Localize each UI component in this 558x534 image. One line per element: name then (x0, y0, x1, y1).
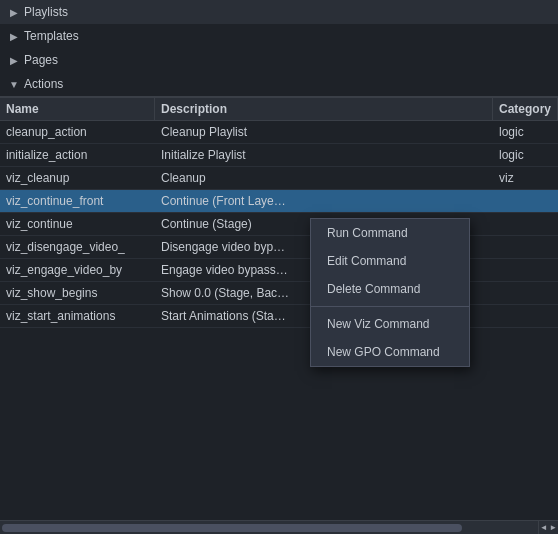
context-menu-item-new-gpo-command[interactable]: New GPO Command (311, 338, 469, 366)
cell-cat: viz (493, 167, 558, 189)
tree-label-templates: Templates (24, 29, 79, 43)
tree-item-templates[interactable]: Templates (0, 24, 558, 48)
tree-label-actions: Actions (24, 77, 63, 91)
cell-desc: Initialize Playlist (155, 144, 493, 166)
context-menu: Run Command Edit Command Delete Command … (310, 218, 470, 367)
tree-item-playlists[interactable]: Playlists (0, 0, 558, 24)
cell-cat: logic (493, 144, 558, 166)
table-header: Name Description Category (0, 97, 558, 121)
cell-cat (493, 213, 558, 235)
cell-cat: logic (493, 121, 558, 143)
tree-item-pages[interactable]: Pages (0, 48, 558, 72)
cell-name: viz_engage_video_by (0, 259, 155, 281)
cell-name: viz_start_animations (0, 305, 155, 327)
table-row[interactable]: viz_start_animations Start Animations (S… (0, 305, 558, 328)
tree-arrow-pages (8, 54, 20, 66)
cell-cat (493, 282, 558, 304)
tree-item-actions[interactable]: Actions (0, 72, 558, 96)
scroll-next-icon[interactable]: ► (549, 523, 559, 533)
tree-label-pages: Pages (24, 53, 58, 67)
scroll-prev-icon[interactable]: ◄ (539, 523, 549, 533)
cell-cat (493, 305, 558, 327)
cell-name: viz_show_begins (0, 282, 155, 304)
table-row[interactable]: cleanup_action Cleanup Playlist logic (0, 121, 558, 144)
cell-name: viz_continue_front (0, 190, 155, 212)
tree-arrow-templates (8, 30, 20, 42)
header-name: Name (0, 98, 155, 120)
horizontal-scrollbar[interactable] (0, 520, 538, 534)
cell-name: viz_cleanup (0, 167, 155, 189)
table-row[interactable]: viz_show_begins Show 0.0 (Stage, Bac… (0, 282, 558, 305)
scrollbar-corner: ◄ ► (538, 520, 558, 534)
actions-table: Name Description Category cleanup_action… (0, 97, 558, 328)
tree-arrow-playlists (8, 6, 20, 18)
context-menu-item-run-command[interactable]: Run Command (311, 219, 469, 247)
cell-desc: Cleanup (155, 167, 493, 189)
context-menu-item-new-viz-command[interactable]: New Viz Command (311, 310, 469, 338)
context-menu-item-edit-command[interactable]: Edit Command (311, 247, 469, 275)
table-row[interactable]: viz_cleanup Cleanup viz (0, 167, 558, 190)
cell-name: viz_disengage_video_ (0, 236, 155, 258)
cell-cat (493, 259, 558, 281)
context-menu-separator (311, 306, 469, 307)
tree-label-playlists: Playlists (24, 5, 68, 19)
context-menu-item-delete-command[interactable]: Delete Command (311, 275, 469, 303)
header-description: Description (155, 98, 493, 120)
table-row[interactable]: initialize_action Initialize Playlist lo… (0, 144, 558, 167)
table-row[interactable]: viz_continue Continue (Stage) (0, 213, 558, 236)
cell-desc: Continue (Front Laye… (155, 190, 493, 212)
cell-desc: Cleanup Playlist (155, 121, 493, 143)
cell-cat (493, 190, 558, 212)
tree-navigation: Playlists Templates Pages Actions (0, 0, 558, 97)
cell-name: viz_continue (0, 213, 155, 235)
table-row[interactable]: viz_disengage_video_ Disengage video byp… (0, 236, 558, 259)
cell-cat (493, 236, 558, 258)
cell-name: initialize_action (0, 144, 155, 166)
scrollbar-thumb[interactable] (2, 524, 462, 532)
header-category: Category (493, 98, 558, 120)
table-row-selected[interactable]: viz_continue_front Continue (Front Laye… (0, 190, 558, 213)
tree-arrow-actions (8, 78, 20, 90)
table-row[interactable]: viz_engage_video_by Engage video bypass… (0, 259, 558, 282)
cell-name: cleanup_action (0, 121, 155, 143)
